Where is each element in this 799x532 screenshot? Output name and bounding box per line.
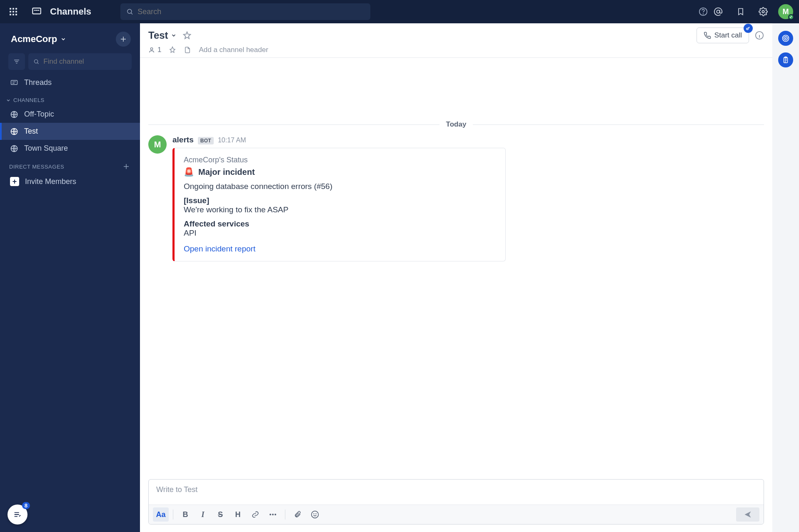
svg-rect-8 [15,14,17,15]
sidebar-item-label: Test [24,127,38,136]
svg-point-10 [127,9,132,13]
team-switcher-row: AcmeCorp [0,23,140,51]
svg-rect-3 [10,11,11,12]
playbooks-button[interactable] [778,31,793,46]
svg-rect-0 [10,8,11,10]
affected-value: API [184,229,197,237]
sidebar-item-town-square[interactable]: Town Square [0,140,140,157]
attachment-source: AcmeCorp's Status [184,156,496,164]
strike-button[interactable]: S [212,507,228,522]
svg-point-15 [34,60,37,63]
settings-gear-icon[interactable] [756,4,771,19]
member-count[interactable]: 1 [148,46,161,54]
formatting-toggle[interactable]: Aa [153,507,169,522]
filter-icon [13,58,20,65]
post-username[interactable]: alerts [172,135,194,144]
issue-label: [Issue] [184,196,209,205]
svg-rect-5 [15,11,17,12]
link-icon [252,511,259,518]
post-avatar-initial: M [154,140,161,149]
search-icon [33,58,39,65]
attachment-title-row: 🚨 Major incident [184,167,496,177]
sidebar-item-test[interactable]: Test [0,123,140,140]
more-formatting-button[interactable] [265,507,281,522]
sidebar-item-threads[interactable]: Threads [0,74,140,91]
boards-button[interactable] [778,52,793,67]
drafts-button[interactable]: 8 [7,505,27,525]
message-attachment: AcmeCorp's Status 🚨 Major incident Ongoi… [172,148,506,261]
find-channel[interactable] [28,53,132,70]
drafts-icon [13,510,22,519]
attachment-link[interactable]: Open incident report [184,244,255,254]
date-divider: Today [148,120,764,129]
apps-grid-icon[interactable] [6,4,21,19]
italic-button[interactable]: I [195,507,211,522]
messages-region: Today M alerts BOT 10:17 AM AcmeCorp's S… [140,58,772,475]
paperclip-icon [294,510,301,519]
bold-button[interactable]: B [177,507,193,522]
post-avatar[interactable]: M [148,135,167,154]
message-input[interactable] [156,485,756,497]
link-button[interactable] [247,507,263,522]
clipboard-icon [782,56,789,64]
start-call-button[interactable]: Start call [697,27,749,43]
dm-section-header[interactable]: DIRECT MESSAGES [0,157,140,173]
search-wrap [120,3,687,20]
heading-button[interactable]: H [230,507,246,522]
emoji-icon [311,510,319,519]
divider-label: Today [446,120,467,129]
svg-point-23 [270,514,271,515]
threads-icon [10,79,18,87]
affected-label: Affected services [184,219,249,228]
channels-section-header[interactable]: CHANNELS [0,91,140,106]
channels-icon[interactable] [29,4,44,19]
svg-point-22 [150,48,152,50]
sidebar: AcmeCorp Threads CHANNELS [0,23,140,532]
post-body: alerts BOT 10:17 AM AcmeCorp's Status 🚨 … [172,135,764,261]
invite-members[interactable]: + Invite Members [0,173,140,190]
mentions-icon[interactable] [711,4,726,19]
presence-online-icon: ✓ [788,14,794,20]
find-channel-input[interactable] [43,57,127,66]
user-icon [148,47,155,53]
right-rail [772,23,799,532]
send-button[interactable] [736,507,759,522]
star-icon[interactable] [182,31,192,40]
main: AcmeCorp Threads CHANNELS [0,23,799,532]
svg-point-12 [703,14,704,14]
filter-row [0,51,140,74]
bookmark-icon[interactable] [733,4,748,19]
post-header: alerts BOT 10:17 AM [172,135,764,144]
sidebar-bottom: 8 [0,497,140,532]
svg-rect-6 [10,14,11,15]
team-switcher[interactable]: AcmeCorp [11,34,66,45]
channel-name-dropdown[interactable]: Test [148,30,177,41]
attachment-summary: Ongoing database connection errors (#56) [184,182,496,191]
plus-icon[interactable] [122,163,130,170]
svg-point-26 [312,511,319,518]
search-input[interactable] [137,7,365,16]
svg-rect-2 [15,8,17,10]
channel-actions: Start call [697,27,764,43]
post: M alerts BOT 10:17 AM AcmeCorp's Status … [148,135,764,261]
svg-point-28 [316,514,316,514]
channel-name: Test [148,30,168,41]
pin-icon[interactable] [169,46,176,54]
new-button[interactable] [116,32,131,47]
post-timestamp: 10:17 AM [218,137,246,144]
info-icon[interactable] [755,31,764,40]
chevron-down-icon [6,98,11,103]
svg-rect-7 [12,14,14,15]
file-icon[interactable] [184,46,191,54]
global-search[interactable] [120,3,370,20]
team-name-label: AcmeCorp [11,34,57,45]
sidebar-item-label: Off-Topic [24,110,54,119]
help-icon[interactable] [696,4,711,19]
user-avatar[interactable]: M ✓ [778,4,793,19]
globe-icon [10,127,18,136]
filter-button[interactable] [8,53,25,70]
emoji-button[interactable] [307,507,323,522]
channel-header-text[interactable]: Add a channel header [199,46,268,54]
attachment-button[interactable] [290,507,305,522]
sidebar-item-off-topic[interactable]: Off-Topic [0,106,140,123]
